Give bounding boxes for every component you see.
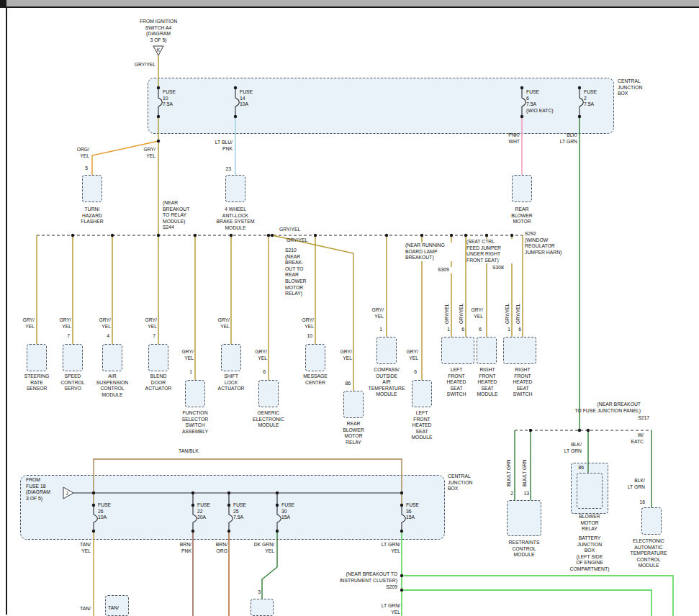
source-fuse18-label: FROM FUSE 18 (DIAGRAM 3 OF 5)	[26, 477, 59, 502]
wire-label-tan-blk: TAN/BLK	[179, 448, 209, 455]
pin-label-16-eatc: 16	[629, 499, 645, 506]
lt-grn-yel-branch-2	[402, 590, 651, 616]
window-frame-top	[0, 0, 699, 6]
component-label-blower-motor-relay: BLOWER MOTOR RELAY	[568, 514, 611, 533]
fuse2-label: FUSE 2 7.5A	[584, 89, 605, 108]
connector-triangles	[63, 46, 163, 499]
wire-label-tan-bottom-2: TAN/	[108, 605, 128, 612]
component-label-compass-oat: COMPASS/ OUTSIDE AIR TEMPERATURE MODULE	[364, 367, 410, 398]
wire-label-gry-yel-lfmod: GRY/ YEL	[397, 349, 418, 361]
fuse30-label: FUSE 30 15A	[281, 502, 303, 521]
component-label-message-center: MESSAGE CENTER	[295, 373, 335, 386]
fuse36-symbol	[402, 505, 405, 531]
lt-grn-yel-branch-1	[402, 576, 673, 616]
wire-label-gry-yel-gem: GRY/ YEL	[245, 349, 267, 361]
triangle-k-letter: K	[157, 47, 161, 53]
fuse6-label: FUSE 6 7.5A (W/O EATC)	[526, 89, 559, 114]
component-label-speed-control-servo: SPEED CONTROL SERVO	[53, 373, 93, 392]
wire-label-org-yel: ORG/ YEL	[68, 147, 89, 159]
wire-label-blk-lt-grn-fuse2: BLK/ LT GRN	[551, 132, 577, 145]
frame-horizontal-line	[0, 6, 699, 8]
component-label-gem: GENERIC ELECTRONIC MODULE	[248, 410, 289, 429]
wire-label-gry-yel-funcsel: GRY/ YEL	[172, 349, 194, 361]
fuse6-symbol	[522, 88, 526, 117]
fuse26-label: FUSE 26 10A	[98, 502, 119, 521]
pin-label-6-lfsw: 6	[456, 327, 464, 333]
component-label-shift-lock: SHIFT LOCK ACTUATOR	[211, 373, 251, 392]
wire-label-gry-yel-rfsw6: GRY/YEL	[515, 282, 523, 324]
wire-label-lt-grn-yel-bottom: LT GRN/ YEL	[369, 603, 400, 615]
triangle-j	[63, 487, 73, 499]
fuse14-label: FUSE 14 10A	[240, 89, 261, 108]
pin-label-3: 3	[252, 589, 261, 596]
wire-label-blk-lt-grn-restraints13: BLK/LT GRN	[522, 443, 529, 486]
component-label-function-selector: FUNCTION SELECTOR SWITCH ASSEMBLY	[175, 410, 215, 435]
wire-label-gry-yel-air: GRY/ YEL	[89, 317, 111, 330]
frame-corner	[0, 0, 6, 6]
wire-label-gry-yel-branch: GRY/YEL	[287, 237, 312, 244]
wire-label-gry-yel-compass: GRY/ YEL	[362, 307, 384, 320]
fuse10-label: FUSE 10 7.5A	[163, 89, 184, 108]
pin-label-1-funcsel: 1	[181, 369, 192, 376]
wire-label-gry-yel-feed: GRY/YEL	[132, 62, 155, 68]
fuse36-label: FUSE 36 15A	[406, 502, 428, 521]
fuse22-label: FUSE 22 20A	[197, 502, 219, 521]
wire-label-blk-lt-grn-eatc: BLK/ LT GRN	[618, 478, 645, 490]
blk-lt-grn-wires	[515, 117, 651, 507]
wiring-diagram-page: { "t": { "from_ignition": "FROM IGNITION…	[0, 0, 699, 616]
wire-label-gry-yel-main: GRY/ YEL	[134, 147, 155, 159]
splice-label-s217: S217	[621, 415, 649, 422]
wire-label-gry-yel-speed: GRY/ YEL	[50, 317, 71, 330]
fuse14-symbol	[235, 88, 239, 117]
source-ignition-label: FROM IGNITION SWITCH A4 (DIAGRAM 3 OF 5)	[126, 19, 191, 43]
fuse25-label: FUSE 25 7.5A	[233, 502, 255, 521]
wire-label-tan-bottom-1: TAN/	[69, 606, 91, 612]
wire-label-gry-yel-rfsw1: GRY/YEL	[505, 282, 512, 324]
pin-label-6-gem: 6	[254, 369, 266, 376]
fuse30-symbol	[277, 505, 281, 531]
pin-label-5: 5	[75, 166, 88, 172]
wire-label-lt-blu-pnk: LT BLU/ PNK	[208, 140, 233, 152]
tan-blk-jumper	[94, 459, 402, 505]
pin-label-7-blend: 7	[144, 333, 155, 340]
splice-location-s308: (SEAT CTRL FEED JUMPER UNDER RIGHT FRONT…	[466, 239, 513, 263]
pin-label-86-blower-relay: 86	[571, 465, 584, 471]
wire-label-gry-yel-bus: GRY/YEL	[279, 227, 305, 233]
wire-label-tan-yel: TAN/ YEL	[68, 542, 91, 554]
component-label-rear-blower-relay: REAR BLOWER MOTOR RELAY	[333, 421, 374, 445]
component-label-steering-rate-sensor: STEERING RATE SENSOR	[17, 373, 57, 392]
pin-label-1-lfsw: 1	[441, 327, 450, 333]
splice-location-s217: (NEAR BREAKOUT TO FUSE JUNCTION PANEL)	[533, 402, 641, 414]
fuse10-symbol	[158, 88, 162, 117]
fuse22-symbol	[193, 505, 197, 531]
wire-label-gry-yel-lfsw1: GRY/YEL	[444, 282, 451, 324]
pin-label-6-rfsw: 6	[513, 327, 521, 333]
splice-label-s309: S309	[438, 267, 458, 273]
component-label-restraints: RESTRAINTS CONTROL MODULE	[501, 540, 547, 558]
component-label-abs-module: 4 WHEEL ANTI-LOCK BRAKE SYSTEM MODULE	[211, 207, 260, 231]
splice-location-s309: (NEAR RUNNING BOARD LAMP BREAKOUT)	[405, 243, 457, 261]
component-label-lf-seat-switch: LEFT FRONT HEATED SEAT SWITCH	[441, 367, 472, 398]
component-label-blend-door: BLEND DOOR ACTUATOR	[138, 373, 179, 392]
wire-label-pnk-wht: PNK/ WHT	[497, 132, 520, 145]
pin-label-13-restraints: 13	[518, 491, 529, 497]
branch-s210-relay	[272, 235, 353, 391]
pin-label-4-air: 4	[98, 333, 109, 340]
component-label-air-suspension: AIR SUSPENSION CONTROL MODULE	[91, 373, 134, 398]
wire-label-gry-yel-relay: GRY/ YEL	[330, 349, 352, 361]
pin-label-6-rfmod: 6	[470, 327, 482, 333]
wire-label-blk-lt-grn-restraints2: BLK/LT GRN	[506, 443, 513, 486]
component-label-rear-blower-motor: REAR BLOWER MOTOR	[502, 207, 542, 225]
pin-label-1-compass: 1	[371, 327, 382, 333]
splice-label-s292: S292 (WINDOW REGULATOR JUMPER HARN)	[525, 231, 571, 255]
cjb2-label: CENTRAL JUNCTION BOX	[448, 474, 482, 492]
pin-label-7-speed: 7	[58, 333, 70, 340]
fuse26-symbol	[94, 505, 97, 531]
wire-label-dk-grn-yel: DK GRN/ YEL	[243, 542, 274, 554]
pin-label-86-relay: 86	[338, 381, 351, 387]
wire-label-gry-yel-steering: GRY/ YEL	[13, 317, 35, 330]
component-label-battery-junction-box: BATTERY JUNCTION BOX (LEFT SIDE OF ENGIN…	[564, 535, 615, 573]
component-label-lf-seat-module: LEFT FRONT HEATED SEAT MODULE	[402, 410, 442, 441]
wire-label-gry-yel-shift: GRY/ YEL	[208, 317, 230, 330]
triangle-j-letter: J	[66, 491, 68, 496]
